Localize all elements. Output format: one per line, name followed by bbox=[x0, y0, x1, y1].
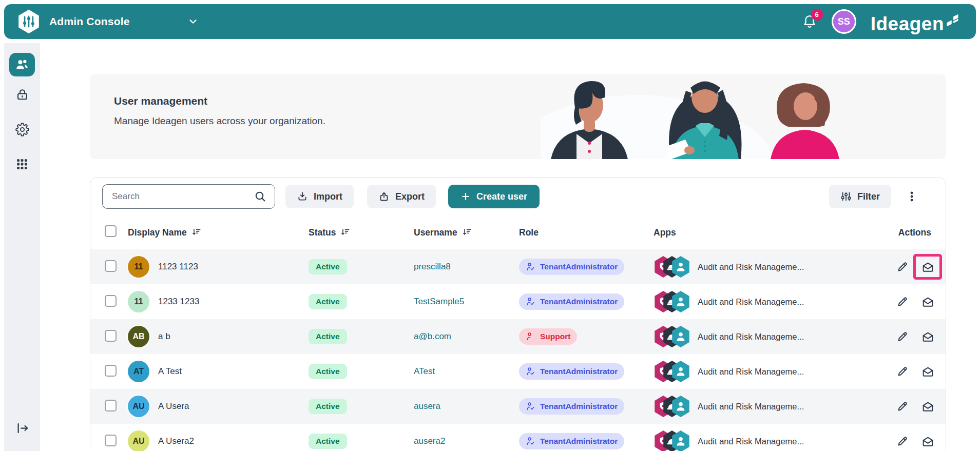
sidebar-item-security[interactable] bbox=[9, 83, 35, 106]
row-checkbox[interactable] bbox=[105, 330, 117, 342]
table-row: 11 1233 1233 Active TestSample5 TenantAd… bbox=[90, 284, 946, 319]
avatar: 11 bbox=[128, 291, 149, 312]
edit-user-button[interactable] bbox=[895, 294, 910, 309]
display-name: a b bbox=[158, 331, 170, 342]
display-name: 1123 1123 bbox=[158, 262, 198, 272]
avatar: AU bbox=[128, 430, 149, 451]
username-link[interactable]: ATest bbox=[414, 366, 435, 376]
app-switcher-chevron[interactable] bbox=[187, 16, 199, 27]
invite-user-button[interactable] bbox=[920, 329, 935, 344]
pencil-icon bbox=[896, 330, 909, 343]
filter-button[interactable]: Filter bbox=[829, 185, 891, 208]
username-link[interactable]: a@b.com bbox=[414, 331, 451, 341]
invite-highlight bbox=[913, 394, 942, 419]
envelope-open-icon bbox=[921, 400, 934, 413]
table-row: AB a b Active a@b.com Support bbox=[90, 319, 946, 354]
display-name: A Usera2 bbox=[158, 436, 194, 446]
app-icons bbox=[654, 360, 690, 383]
apps-grid-icon bbox=[15, 158, 29, 171]
apps-label: Audit and Risk Manageme... bbox=[698, 332, 804, 342]
import-button[interactable]: Import bbox=[285, 185, 354, 208]
avatar: 11 bbox=[128, 256, 149, 278]
display-name: A Usera bbox=[158, 401, 189, 411]
row-checkbox[interactable] bbox=[105, 295, 117, 307]
username-link[interactable]: ausera2 bbox=[414, 436, 445, 446]
role-badge: TenantAdministrator bbox=[519, 293, 624, 310]
page-banner: User management Manage Ideagen users acr… bbox=[90, 74, 946, 159]
role-label: TenantAdministrator bbox=[540, 297, 618, 306]
select-all-checkbox[interactable] bbox=[105, 225, 117, 237]
edit-user-button[interactable] bbox=[895, 259, 910, 274]
role-badge: TenantAdministrator bbox=[519, 398, 624, 415]
edit-user-button[interactable] bbox=[895, 329, 910, 344]
column-header-actions: Actions bbox=[898, 227, 931, 238]
plus-icon bbox=[460, 191, 471, 202]
sidebar-logout-button[interactable] bbox=[9, 416, 35, 440]
avatar: AU bbox=[128, 396, 149, 417]
username-link[interactable]: ausera bbox=[414, 401, 440, 411]
app-icons bbox=[654, 255, 690, 279]
apps-label: Audit and Risk Manageme... bbox=[698, 367, 804, 377]
display-name: A Test bbox=[158, 366, 182, 377]
sidebar-item-apps[interactable] bbox=[9, 152, 35, 176]
role-label: Support bbox=[540, 332, 570, 341]
envelope-open-icon bbox=[921, 435, 934, 448]
chevron-down-icon bbox=[187, 16, 199, 27]
invite-user-button[interactable] bbox=[920, 259, 935, 274]
app-icons bbox=[654, 290, 690, 313]
import-icon bbox=[297, 191, 308, 202]
invite-highlight bbox=[913, 289, 942, 315]
username-link[interactable]: prescilla8 bbox=[414, 262, 451, 271]
edit-user-button[interactable] bbox=[895, 434, 910, 449]
column-header-display-name[interactable]: Display Name bbox=[128, 227, 309, 238]
table-row: AU A Usera2 Active ausera2 TenantAdminis… bbox=[90, 424, 946, 451]
envelope-open-icon bbox=[921, 365, 934, 378]
ideagen-cubes-icon bbox=[945, 10, 963, 31]
invite-user-button[interactable] bbox=[920, 399, 935, 414]
column-header-username[interactable]: Username bbox=[414, 227, 519, 238]
top-bar: Admin Console 6 SS Ideagen bbox=[4, 4, 976, 39]
user-role-icon bbox=[526, 436, 536, 446]
notifications-button[interactable]: 6 bbox=[802, 13, 817, 30]
edit-user-button[interactable] bbox=[895, 364, 910, 379]
search-box bbox=[102, 184, 275, 209]
column-header-status[interactable]: Status bbox=[309, 227, 414, 238]
illustration-person-pink bbox=[771, 83, 839, 159]
people-app-icon bbox=[671, 395, 690, 418]
create-user-button[interactable]: Create user bbox=[448, 185, 540, 208]
row-checkbox[interactable] bbox=[105, 365, 117, 377]
role-label: TenantAdministrator bbox=[540, 437, 618, 446]
people-app-icon bbox=[671, 360, 690, 383]
invite-user-button[interactable] bbox=[920, 294, 935, 309]
app-icons bbox=[654, 429, 690, 451]
user-avatar[interactable]: SS bbox=[832, 9, 856, 34]
avatar: AT bbox=[128, 361, 149, 382]
pencil-icon bbox=[896, 365, 909, 378]
sort-icon bbox=[462, 227, 472, 238]
avatar: AB bbox=[128, 326, 149, 347]
more-options-button[interactable] bbox=[904, 188, 920, 205]
search-input[interactable] bbox=[111, 191, 254, 202]
user-role-icon bbox=[526, 331, 536, 342]
row-checkbox[interactable] bbox=[105, 400, 117, 411]
search-icon[interactable] bbox=[254, 190, 266, 203]
export-button[interactable]: Export bbox=[367, 185, 436, 208]
create-user-label: Create user bbox=[476, 191, 527, 202]
lock-icon bbox=[15, 88, 29, 102]
apps-label: Audit and Risk Manageme... bbox=[698, 437, 804, 446]
edit-user-button[interactable] bbox=[895, 399, 910, 414]
sort-icon bbox=[191, 227, 202, 238]
sort-icon bbox=[340, 227, 351, 238]
row-checkbox[interactable] bbox=[105, 260, 117, 272]
apps-label: Audit and Risk Manageme... bbox=[698, 297, 804, 307]
invite-user-button[interactable] bbox=[920, 434, 935, 449]
export-icon bbox=[378, 191, 390, 202]
page-title: User management bbox=[114, 95, 325, 107]
sidebar-item-settings[interactable] bbox=[9, 117, 35, 141]
users-icon bbox=[15, 57, 29, 72]
username-link[interactable]: TestSample5 bbox=[414, 297, 464, 306]
sidebar-item-user-management[interactable] bbox=[9, 53, 35, 76]
row-checkbox[interactable] bbox=[105, 435, 117, 446]
envelope-open-icon bbox=[921, 296, 934, 308]
invite-user-button[interactable] bbox=[920, 364, 935, 379]
